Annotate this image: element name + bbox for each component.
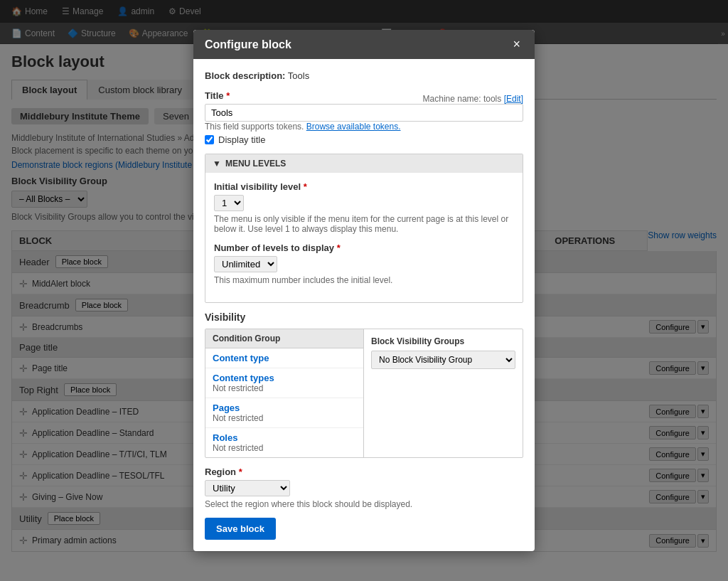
block-description-label: Block description: Tools <box>205 70 309 81</box>
condition-name: Roles <box>213 432 356 443</box>
menu-levels-header[interactable]: ▼ MENU LEVELS <box>205 154 523 173</box>
tokens-link: This field supports tokens. Browse avail… <box>205 122 523 132</box>
title-field-row: Title * Machine name: tools [Edit] This … <box>205 90 523 145</box>
region-select[interactable]: Utility Header Breadcrumb Page title Top… <box>205 480 290 496</box>
block-visibility-groups-column: Block Visibility Groups No Block Visibil… <box>364 329 523 457</box>
display-title-row: Display title <box>205 134 523 145</box>
machine-name: Machine name: tools [Edit] <box>423 94 523 104</box>
num-levels-row: Number of levels to display * Unlimited … <box>214 242 514 285</box>
num-levels-select[interactable]: Unlimited 1 2 <box>214 256 277 272</box>
block-description-row: Block description: Tools <box>205 70 523 81</box>
visibility-section: Visibility Condition Group Content type … <box>205 311 523 458</box>
block-visibility-groups-select[interactable]: No Block Visibility Group <box>371 351 515 369</box>
condition-value: Not restricted <box>213 413 356 423</box>
condition-value: Not restricted <box>213 383 356 393</box>
title-input[interactable] <box>205 104 523 122</box>
region-label: Region * <box>205 467 523 477</box>
condition-name: Pages <box>213 403 356 413</box>
condition-group: Condition Group Content type Content typ… <box>205 329 364 457</box>
condition-name: Content type <box>213 353 356 363</box>
num-levels-label: Number of levels to display * <box>214 242 514 253</box>
modal-title: Configure block <box>205 38 291 51</box>
initial-visibility-help: The menu is only visible if the menu ite… <box>214 214 514 234</box>
condition-roles[interactable]: Roles Not restricted <box>205 428 363 457</box>
display-title-label: Display title <box>218 134 265 145</box>
visibility-title: Visibility <box>205 311 523 323</box>
modal-close-button[interactable]: × <box>510 37 523 52</box>
initial-visibility-label: Initial visibility level * <box>214 181 514 192</box>
menu-levels-body: Initial visibility level * 1 2 3 The men… <box>205 173 523 302</box>
collapse-icon: ▼ <box>213 159 221 169</box>
menu-levels-section: ▼ MENU LEVELS Initial visibility level *… <box>205 154 523 303</box>
modal-body: Block description: Tools Title * Machine… <box>193 59 535 551</box>
num-levels-help: This maximum number includes the initial… <box>214 275 514 285</box>
region-help: Select the region where this block shoul… <box>205 499 523 509</box>
initial-visibility-row: Initial visibility level * 1 2 3 The men… <box>214 181 514 234</box>
condition-group-header: Condition Group <box>205 329 363 348</box>
condition-value: Not restricted <box>213 443 356 453</box>
condition-content-types[interactable]: Content types Not restricted <box>205 368 363 398</box>
region-row: Region * Utility Header Breadcrumb Page … <box>205 467 523 509</box>
menu-levels-label: MENU LEVELS <box>225 159 286 169</box>
configure-block-modal: Configure block × Block description: Too… <box>193 30 535 551</box>
browse-tokens-link[interactable]: Browse available tokens. <box>306 122 401 132</box>
save-block-button[interactable]: Save block <box>205 518 276 540</box>
block-description-value: Tools <box>288 70 309 81</box>
block-visibility-groups-title: Block Visibility Groups <box>371 336 515 346</box>
condition-pages[interactable]: Pages Not restricted <box>205 398 363 428</box>
modal-header: Configure block × <box>193 30 535 59</box>
machine-name-edit[interactable]: [Edit] <box>504 94 523 104</box>
initial-visibility-select[interactable]: 1 2 3 <box>214 195 244 211</box>
title-field-label: Title * <box>205 90 230 101</box>
modal-overlay[interactable]: Configure block × Block description: Too… <box>0 0 728 560</box>
visibility-grid: Condition Group Content type Content typ… <box>205 329 523 458</box>
condition-content-type[interactable]: Content type <box>205 348 363 368</box>
condition-name: Content types <box>213 373 356 383</box>
display-title-checkbox[interactable] <box>205 135 214 144</box>
